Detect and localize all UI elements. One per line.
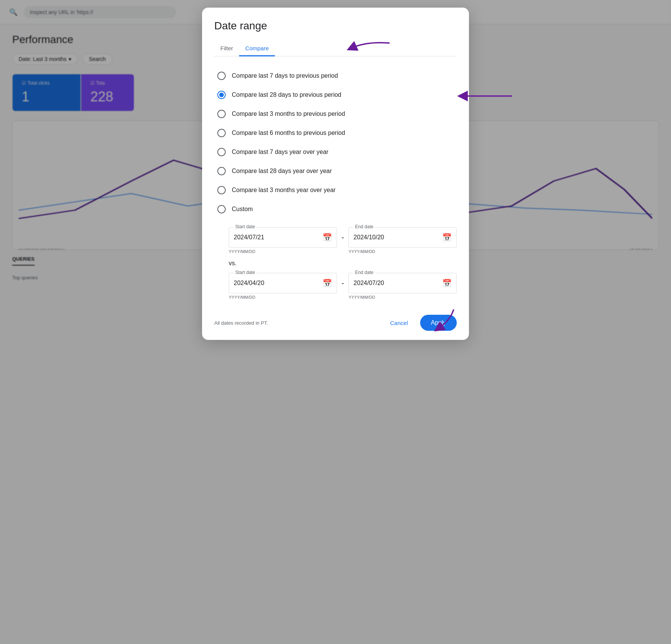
- option-3months-prev[interactable]: Compare last 3 months to previous period: [214, 105, 457, 123]
- option-3months-prev-label: Compare last 3 months to previous period: [232, 111, 345, 117]
- radio-28days-yoy[interactable]: [217, 167, 226, 175]
- arrow-compare-tab: [329, 37, 397, 60]
- modal-overlay: Date range Filter Compare Compare last 7…: [0, 0, 671, 644]
- calendar-icon-1[interactable]: 📅: [323, 233, 332, 242]
- modal-footer: All dates recorded in PT. Cancel Apply: [214, 309, 457, 331]
- end-date-1-format: YYYY/MM/DD: [348, 249, 457, 254]
- option-3months-yoy[interactable]: Compare last 3 months year over year: [214, 181, 457, 199]
- date-separator-1: -: [342, 233, 344, 242]
- vs-label: vs.: [229, 260, 457, 267]
- date-row-2: Start date 2024/04/20 📅 YYYY/MM/DD - End…: [229, 273, 457, 300]
- radio-7days-prev[interactable]: [217, 72, 226, 80]
- modal-title: Date range: [214, 20, 457, 32]
- arrow-28days: [447, 89, 516, 104]
- option-28days-yoy[interactable]: Compare last 28 days year over year: [214, 162, 457, 180]
- end-date-2-wrapper: End date 2024/07/20 📅 YYYY/MM/DD: [348, 273, 457, 300]
- radio-custom[interactable]: [217, 205, 226, 213]
- option-7days-yoy-label: Compare last 7 days year over year: [232, 149, 328, 155]
- option-7days-prev[interactable]: Compare last 7 days to previous period: [214, 67, 457, 85]
- start-date-2-value: 2024/04/20: [234, 280, 264, 287]
- custom-date-section: Start date 2024/07/21 📅 YYYY/MM/DD - End…: [229, 227, 457, 300]
- calendar-icon-2[interactable]: 📅: [442, 233, 452, 242]
- date-row-1: Start date 2024/07/21 📅 YYYY/MM/DD - End…: [229, 227, 457, 254]
- radio-6months-prev[interactable]: [217, 129, 226, 137]
- end-date-2-format: YYYY/MM/DD: [348, 295, 457, 300]
- start-date-1-input[interactable]: Start date 2024/07/21 📅: [229, 227, 337, 248]
- end-date-1-wrapper: End date 2024/10/20 📅 YYYY/MM/DD: [348, 227, 457, 254]
- end-date-1-value: 2024/10/20: [353, 234, 384, 241]
- radio-3months-yoy[interactable]: [217, 186, 226, 194]
- calendar-icon-3[interactable]: 📅: [323, 279, 332, 288]
- start-date-1-value: 2024/07/21: [234, 234, 264, 241]
- modal-tabs: Filter Compare: [214, 41, 457, 56]
- start-date-1-format: YYYY/MM/DD: [229, 249, 337, 254]
- option-28days-prev-label: Compare last 28 days to previous period: [232, 91, 341, 98]
- end-date-1-input[interactable]: End date 2024/10/20 📅: [348, 227, 457, 248]
- footer-note: All dates recorded in PT.: [214, 320, 268, 326]
- date-separator-2: -: [342, 279, 344, 288]
- option-3months-yoy-label: Compare last 3 months year over year: [232, 187, 336, 194]
- start-date-1-wrapper: Start date 2024/07/21 📅 YYYY/MM/DD: [229, 227, 337, 254]
- start-date-2-input[interactable]: Start date 2024/04/20 📅: [229, 273, 337, 293]
- end-date-2-value: 2024/07/20: [353, 280, 384, 287]
- option-28days-prev[interactable]: Compare last 28 days to previous period: [214, 86, 457, 104]
- apply-button[interactable]: Apply: [420, 315, 457, 331]
- option-6months-prev-label: Compare last 6 months to previous period: [232, 130, 345, 136]
- radio-28days-prev[interactable]: [217, 91, 226, 99]
- option-7days-yoy[interactable]: Compare last 7 days year over year: [214, 143, 457, 161]
- start-date-2-label: Start date: [234, 270, 257, 275]
- radio-option-list: Compare last 7 days to previous period C…: [214, 67, 457, 218]
- option-7days-prev-label: Compare last 7 days to previous period: [232, 72, 338, 79]
- start-date-2-wrapper: Start date 2024/04/20 📅 YYYY/MM/DD: [229, 273, 337, 300]
- end-date-2-input[interactable]: End date 2024/07/20 📅: [348, 273, 457, 293]
- radio-7days-yoy[interactable]: [217, 148, 226, 156]
- calendar-icon-4[interactable]: 📅: [442, 279, 452, 288]
- cancel-button[interactable]: Cancel: [384, 316, 414, 330]
- start-date-2-format: YYYY/MM/DD: [229, 295, 337, 300]
- option-28days-yoy-label: Compare last 28 days year over year: [232, 168, 332, 175]
- option-6months-prev[interactable]: Compare last 6 months to previous period: [214, 124, 457, 142]
- tab-filter[interactable]: Filter: [214, 41, 239, 56]
- start-date-1-label: Start date: [234, 224, 257, 229]
- end-date-1-label: End date: [353, 224, 375, 229]
- end-date-2-label: End date: [353, 270, 375, 275]
- option-custom-label: Custom: [232, 206, 253, 213]
- option-28days-prev-wrapper: Compare last 28 days to previous period: [214, 86, 457, 104]
- option-custom[interactable]: Custom: [214, 200, 457, 218]
- tab-compare[interactable]: Compare: [239, 41, 275, 56]
- footer-buttons: Cancel Apply: [384, 315, 457, 331]
- date-range-modal: Date range Filter Compare Compare last 7…: [202, 8, 469, 340]
- radio-3months-prev[interactable]: [217, 110, 226, 118]
